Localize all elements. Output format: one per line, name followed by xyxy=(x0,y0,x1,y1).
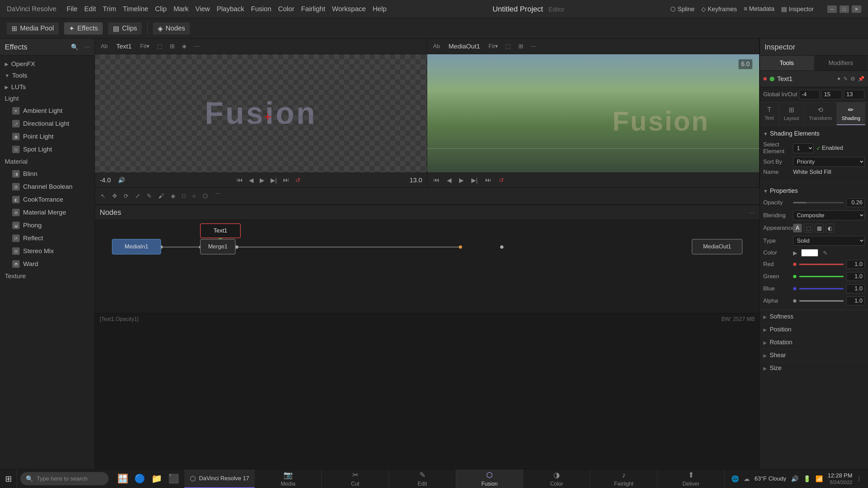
spline-btn[interactable]: ⬡ Spline xyxy=(670,5,694,13)
tool-move[interactable]: ✥ xyxy=(110,191,119,201)
nodes-options-icon[interactable]: ⋯ xyxy=(749,209,755,216)
blending-dropdown[interactable]: Composite xyxy=(793,210,865,220)
menu-color[interactable]: Color xyxy=(278,5,294,13)
tool-node[interactable]: ◈ xyxy=(169,191,178,201)
shear-section[interactable]: ▶ Shear xyxy=(760,349,868,362)
node-text1[interactable]: Text1 xyxy=(200,223,241,238)
taskbar-fusion[interactable]: ⬡ Fusion xyxy=(456,469,523,488)
select-element-dropdown[interactable]: 1 xyxy=(793,143,813,153)
node-rename-btn[interactable]: ✎ xyxy=(843,76,848,82)
menu-edit[interactable]: Edit xyxy=(84,5,96,13)
menu-clip[interactable]: Clip xyxy=(155,5,166,13)
taskbar-fairlight[interactable]: ♪ Fairlight xyxy=(590,469,657,488)
viewer-controls-2[interactable]: ⊞ xyxy=(167,42,177,51)
nodes-canvas[interactable]: MediaIn1 Text1 Merge1 MediaOut1 xyxy=(95,220,760,313)
metadata-btn[interactable]: ≡ Metadata xyxy=(744,5,774,13)
point-light-item[interactable]: ◉ Point Light xyxy=(0,130,95,143)
viewer-controls-3[interactable]: ◈ xyxy=(180,42,189,51)
blue-slider[interactable] xyxy=(799,288,844,289)
ambient-light-item[interactable]: ☀ Ambient Light xyxy=(0,104,95,117)
options-icon[interactable]: ⋯ xyxy=(84,44,90,50)
global-mid-input[interactable] xyxy=(822,90,842,99)
close-btn[interactable]: ✕ xyxy=(852,5,861,13)
inspector-tab-tools[interactable]: Tools xyxy=(760,56,814,70)
menu-mark[interactable]: Mark xyxy=(174,5,189,13)
taskbar-edit[interactable]: ✎ Edit xyxy=(389,469,456,488)
inspector-btn[interactable]: ▤ Inspector xyxy=(781,5,814,13)
tool-tab-text[interactable]: T Text xyxy=(760,102,779,125)
channel-boolean-item[interactable]: ⊗ Channel Boolean xyxy=(0,180,95,193)
taskbar-app-3[interactable]: 📁 xyxy=(149,471,164,486)
position-section[interactable]: ▶ Position xyxy=(760,323,868,336)
luts-section[interactable]: ▶ LUTs xyxy=(0,81,95,93)
right-viewer-ctrl-3[interactable]: ⋯ xyxy=(528,42,539,51)
menu-timeline[interactable]: Timeline xyxy=(123,5,148,13)
volume-icon[interactable]: 🔊 xyxy=(116,176,127,185)
rotation-section[interactable]: ▶ Rotation xyxy=(760,336,868,349)
reflect-item[interactable]: ⟳ Reflect xyxy=(0,232,95,245)
taskbar-app-2[interactable]: 🔵 xyxy=(132,471,147,486)
taskbar-app-1[interactable]: 🪟 xyxy=(115,471,130,486)
right-step-back[interactable]: ◀ xyxy=(446,175,453,185)
tool-tab-image[interactable]: ▣ Image xyxy=(865,102,868,125)
type-dropdown[interactable]: Solid xyxy=(793,236,865,246)
tool-select[interactable]: ↖ xyxy=(98,191,108,201)
right-loop[interactable]: ↺ xyxy=(497,175,505,185)
directional-light-item[interactable]: ↗ Directional Light xyxy=(0,117,95,130)
tool-rect[interactable]: □ xyxy=(180,192,188,201)
menu-workspace[interactable]: Workspace xyxy=(332,5,366,13)
node-merge1[interactable]: Merge1 xyxy=(200,239,236,255)
node-media-in1[interactable]: MediaIn1 xyxy=(112,239,161,255)
viewer-controls-4[interactable]: ⋯ xyxy=(192,42,202,51)
tool-ellipse[interactable]: ○ xyxy=(190,192,198,201)
show-desktop-btn[interactable]: | xyxy=(857,474,861,483)
color-swatch[interactable] xyxy=(801,249,818,257)
inspector-tab-modifiers[interactable]: Modifiers xyxy=(814,56,868,70)
green-input[interactable] xyxy=(846,272,865,281)
node-enable-btn[interactable]: ● xyxy=(837,76,841,82)
color-picker-icon[interactable]: ✎ xyxy=(823,250,827,256)
taskbar-search[interactable]: 🔍 Type here to search xyxy=(20,472,108,485)
blue-input[interactable] xyxy=(846,284,865,293)
loop-btn[interactable]: ↺ xyxy=(294,175,302,185)
taskbar-cut[interactable]: ✂ Cut xyxy=(322,469,389,488)
skip-end-btn[interactable]: ⏭ xyxy=(282,175,291,185)
start-area[interactable]: ⊞ xyxy=(0,469,17,488)
opacity-input[interactable] xyxy=(846,198,865,207)
menu-help[interactable]: Help xyxy=(373,5,387,13)
tool-rotate[interactable]: ⟳ xyxy=(121,191,131,201)
step-back-btn[interactable]: ◀ xyxy=(248,175,255,185)
minimize-btn[interactable]: ─ xyxy=(827,5,837,13)
global-in-input[interactable] xyxy=(799,90,820,99)
tool-scale[interactable]: ⤢ xyxy=(133,191,142,201)
appearance-fill-icon[interactable]: ▩ xyxy=(815,224,824,232)
nodes-btn[interactable]: ◈ Nodes xyxy=(153,22,190,35)
ward-item[interactable]: ◓ Ward xyxy=(0,258,95,270)
appearance-texture-icon[interactable]: ⬚ xyxy=(804,224,813,232)
tool-tab-layout[interactable]: ⊞ Layout xyxy=(779,102,804,125)
taskbar-color[interactable]: ◑ Color xyxy=(523,469,590,488)
play-btn[interactable]: ▶ xyxy=(258,175,266,185)
global-out-input[interactable] xyxy=(844,90,864,99)
properties-header[interactable]: ▼ Properties xyxy=(760,185,868,197)
red-input[interactable] xyxy=(846,260,865,269)
effects-btn[interactable]: ✦ Effects xyxy=(64,22,103,35)
red-slider[interactable] xyxy=(799,264,844,265)
menu-file[interactable]: File xyxy=(66,5,77,13)
alpha-slider[interactable] xyxy=(799,300,844,302)
taskbar-media[interactable]: 📷 Media xyxy=(255,469,322,488)
size-section[interactable]: ▶ Size xyxy=(760,362,868,374)
right-viewer-fit-btn[interactable]: Fit▾ xyxy=(486,42,500,51)
openfx-section[interactable]: ▶ OpenFX xyxy=(0,58,95,70)
alpha-input[interactable] xyxy=(846,297,865,305)
tool-tab-transform[interactable]: ⟲ Transform xyxy=(804,102,837,125)
stereo-mix-item[interactable]: ⊞ Stereo Mix xyxy=(0,245,95,258)
search-icon[interactable]: 🔍 xyxy=(71,43,78,51)
right-skip-start[interactable]: ⏮ xyxy=(432,175,441,185)
right-viewer-ab-btn[interactable]: Ab xyxy=(431,42,442,51)
clips-btn[interactable]: ▤ Clips xyxy=(108,22,142,35)
node-media-out1[interactable]: MediaOut1 xyxy=(692,239,743,255)
taskbar-deliver[interactable]: ⬆ Deliver xyxy=(657,469,725,488)
menu-fairlight[interactable]: Fairlight xyxy=(301,5,325,13)
material-merge-item[interactable]: ⊕ Material Merge xyxy=(0,206,95,219)
